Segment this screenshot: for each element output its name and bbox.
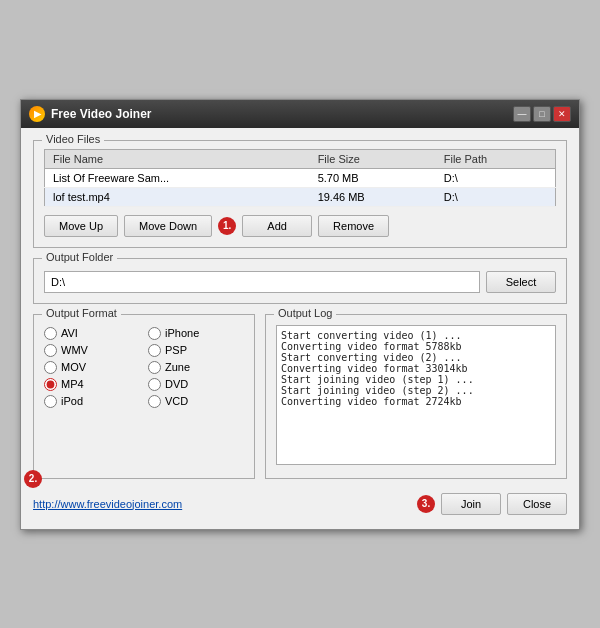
- format-radio-dvd[interactable]: [148, 378, 161, 391]
- output-log-textarea: [276, 325, 556, 465]
- join-button[interactable]: Join: [441, 493, 501, 515]
- format-radio-item[interactable]: MOV: [44, 361, 140, 374]
- col-filesize: File Size: [310, 149, 436, 168]
- title-bar-left: ▶ Free Video Joiner: [29, 106, 151, 122]
- format-radio-item[interactable]: iPod: [44, 395, 140, 408]
- format-radio-item[interactable]: AVI: [44, 327, 140, 340]
- output-folder-input[interactable]: [44, 271, 480, 293]
- move-up-button[interactable]: Move Up: [44, 215, 118, 237]
- output-format-label: Output Format: [42, 307, 121, 319]
- table-row[interactable]: lof test.mp419.46 MBD:\: [45, 187, 556, 206]
- step3-badge: 3.: [417, 495, 435, 513]
- format-radio-mp4[interactable]: [44, 378, 57, 391]
- add-button[interactable]: Add: [242, 215, 312, 237]
- format-radio-iphone[interactable]: [148, 327, 161, 340]
- format-radio-item[interactable]: iPhone: [148, 327, 244, 340]
- output-format-group: Output Format AVIiPhoneWMVPSPMOVZuneMP4D…: [33, 314, 255, 479]
- output-log-group: Output Log: [265, 314, 567, 479]
- output-folder-row: Select: [44, 271, 556, 293]
- maximize-button[interactable]: □: [533, 106, 551, 122]
- video-files-label: Video Files: [42, 133, 104, 145]
- app-icon: ▶: [29, 106, 45, 122]
- video-files-group: Video Files File Name File Size File Pat…: [33, 140, 567, 248]
- bottom-buttons: 3. Join Close: [417, 493, 567, 515]
- format-radio-wmv[interactable]: [44, 344, 57, 357]
- format-radio-item[interactable]: MP4: [44, 378, 140, 391]
- col-filename: File Name: [45, 149, 310, 168]
- output-folder-label: Output Folder: [42, 251, 117, 263]
- select-folder-button[interactable]: Select: [486, 271, 556, 293]
- step1-badge: 1.: [218, 217, 236, 235]
- remove-button[interactable]: Remove: [318, 215, 389, 237]
- main-window: ▶ Free Video Joiner — □ ✕ Video Files Fi…: [20, 99, 580, 530]
- format-radio-item[interactable]: DVD: [148, 378, 244, 391]
- format-radio-item[interactable]: PSP: [148, 344, 244, 357]
- website-link[interactable]: http://www.freevideojoiner.com: [33, 498, 182, 510]
- move-down-button[interactable]: Move Down: [124, 215, 212, 237]
- format-radio-vcd[interactable]: [148, 395, 161, 408]
- output-folder-group: Output Folder Select: [33, 258, 567, 304]
- format-radio-item[interactable]: WMV: [44, 344, 140, 357]
- file-table: File Name File Size File Path List Of Fr…: [44, 149, 556, 207]
- format-radio-item[interactable]: VCD: [148, 395, 244, 408]
- window-title: Free Video Joiner: [51, 107, 151, 121]
- format-radio-avi[interactable]: [44, 327, 57, 340]
- table-row[interactable]: List Of Freeware Sam...5.70 MBD:\: [45, 168, 556, 187]
- title-bar: ▶ Free Video Joiner — □ ✕: [21, 100, 579, 128]
- format-radio-grid: AVIiPhoneWMVPSPMOVZuneMP4DVDiPodVCD: [44, 327, 244, 408]
- format-radio-psp[interactable]: [148, 344, 161, 357]
- format-radio-zune[interactable]: [148, 361, 161, 374]
- format-radio-item[interactable]: Zune: [148, 361, 244, 374]
- format-radio-mov[interactable]: [44, 361, 57, 374]
- title-controls: — □ ✕: [513, 106, 571, 122]
- step2-badge: 2.: [24, 470, 42, 488]
- close-window-button[interactable]: ✕: [553, 106, 571, 122]
- close-button[interactable]: Close: [507, 493, 567, 515]
- output-log-label: Output Log: [274, 307, 336, 319]
- col-filepath: File Path: [436, 149, 556, 168]
- format-radio-ipod[interactable]: [44, 395, 57, 408]
- file-action-buttons: Move Up Move Down 1. Add Remove: [44, 215, 556, 237]
- bottom-bar: http://www.freevideojoiner.com 3. Join C…: [33, 489, 567, 517]
- lower-section: Output Format AVIiPhoneWMVPSPMOVZuneMP4D…: [33, 314, 567, 479]
- content-area: Video Files File Name File Size File Pat…: [21, 128, 579, 529]
- minimize-button[interactable]: —: [513, 106, 531, 122]
